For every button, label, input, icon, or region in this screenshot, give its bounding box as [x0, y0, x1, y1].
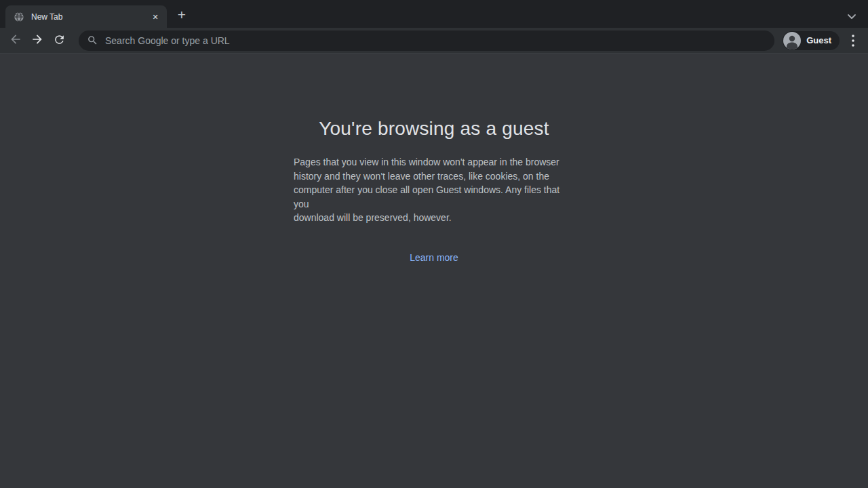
search-icon [87, 35, 98, 46]
close-tab-icon[interactable]: ✕ [149, 11, 161, 23]
chevron-down-icon[interactable] [845, 9, 859, 23]
back-button[interactable] [5, 30, 26, 51]
tab-new-tab[interactable]: New Tab ✕ [5, 5, 167, 28]
globe-icon [14, 12, 24, 22]
url-input[interactable] [105, 35, 766, 46]
toolbar: Guest [0, 28, 868, 54]
tab-strip: New Tab ✕ + [0, 0, 868, 28]
reload-button[interactable] [49, 30, 69, 51]
guest-new-tab-page: You're browsing as a guest Pages that yo… [0, 54, 868, 488]
page-title: You're browsing as a guest [0, 118, 868, 140]
forward-button[interactable] [27, 30, 47, 51]
tab-title: New Tab [31, 12, 149, 22]
browser-window: New Tab ✕ + [0, 0, 868, 488]
guest-description: Pages that you view in this window won't… [294, 155, 574, 225]
reload-icon [53, 33, 66, 48]
forward-arrow-icon [31, 33, 44, 48]
kebab-menu-icon[interactable] [844, 31, 863, 50]
learn-more-link[interactable]: Learn more [410, 252, 458, 263]
guest-profile-label: Guest [806, 35, 831, 45]
new-tab-button[interactable]: + [172, 5, 191, 24]
guest-avatar-icon [783, 32, 801, 49]
guest-profile-button[interactable]: Guest [783, 31, 840, 50]
back-arrow-icon [9, 33, 22, 48]
omnibox[interactable] [79, 30, 774, 51]
